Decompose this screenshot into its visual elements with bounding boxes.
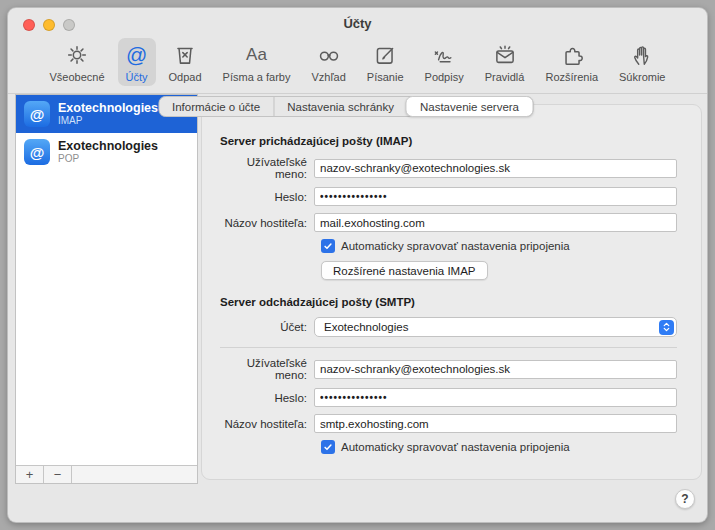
popup-stepper-icon xyxy=(659,320,674,335)
toolbar-item-extensions[interactable]: Rozšírenia xyxy=(537,38,606,86)
fonts-icon: Aa xyxy=(246,41,267,69)
hand-icon xyxy=(629,41,655,69)
account-name: Exotechnologies xyxy=(58,139,158,153)
account-name: Exotechnologies xyxy=(58,101,158,115)
remove-account-button[interactable]: − xyxy=(44,466,72,483)
outgoing-username-field[interactable] xyxy=(314,360,677,379)
incoming-hostname-label: Názov hostiteľa: xyxy=(216,217,314,229)
toolbar-item-label: Rozšírenia xyxy=(545,71,598,83)
outgoing-account-value: Exotechnologies xyxy=(324,321,659,333)
toolbar-item-label: Písma a farby xyxy=(223,71,291,83)
section-divider xyxy=(220,347,677,348)
account-list-actions: + − xyxy=(16,465,197,483)
glasses-icon xyxy=(316,41,342,69)
minimize-button[interactable] xyxy=(43,19,55,31)
account-protocol: POP xyxy=(58,153,158,165)
trash-icon xyxy=(172,41,198,69)
toolbar-item-signatures[interactable]: Podpisy xyxy=(417,38,472,86)
toolbar-item-label: Vzhľad xyxy=(311,71,345,83)
toolbar-item-label: Všeobecné xyxy=(50,71,105,83)
outgoing-password-label: Heslo: xyxy=(216,392,314,404)
titlebar: Účty xyxy=(8,8,707,32)
checkmark-icon xyxy=(323,241,333,251)
account-at-icon: @ xyxy=(24,139,50,165)
signature-icon xyxy=(431,41,457,69)
tab-account-info[interactable]: Informácie o účte xyxy=(159,97,273,116)
outgoing-account-label: Účet: xyxy=(216,321,314,333)
outgoing-password-field[interactable] xyxy=(314,388,677,407)
outgoing-hostname-field[interactable] xyxy=(314,414,677,433)
preferences-toolbar: Všeobecné @ Účty Odpad Aa Písma a farby xyxy=(8,32,707,94)
envelope-rules-icon xyxy=(492,41,518,69)
outgoing-username-label: Užívateľské meno: xyxy=(216,357,314,381)
preferences-window: Účty Všeobecné @ Účty Odpad xyxy=(7,7,708,523)
server-settings-panel: Server prichádzajúcej pošty (IMAP) Užíva… xyxy=(201,104,702,480)
add-account-button[interactable]: + xyxy=(16,466,44,483)
toolbar-item-label: Odpad xyxy=(169,71,202,83)
toolbar-item-fonts-colors[interactable]: Aa Písma a farby xyxy=(215,38,299,86)
toolbar-item-composing[interactable]: Písanie xyxy=(359,38,412,86)
close-button[interactable] xyxy=(23,19,35,31)
toolbar-item-label: Písanie xyxy=(367,71,404,83)
account-tabs: Informácie o účte Nastavenia schránky Na… xyxy=(158,96,533,117)
outgoing-hostname-label: Názov hostiteľa: xyxy=(216,418,314,430)
toolbar-item-junk[interactable]: Odpad xyxy=(161,38,210,86)
account-list: @ Exotechnologies IMAP @ Exotechnologies… xyxy=(15,94,198,484)
incoming-password-label: Heslo: xyxy=(216,191,314,203)
toolbar-item-rules[interactable]: Pravidlá xyxy=(477,38,533,86)
advanced-imap-settings-button[interactable]: Rozšírené nastavenia IMAP xyxy=(321,261,488,280)
toolbar-item-label: Podpisy xyxy=(425,71,464,83)
toolbar-item-label: Súkromie xyxy=(619,71,665,83)
outgoing-auto-manage-label: Automaticky spravovať nastavenia pripoje… xyxy=(341,441,570,453)
toolbar-item-label: Pravidlá xyxy=(485,71,525,83)
incoming-server-heading: Server prichádzajúcej pošty (IMAP) xyxy=(220,135,677,147)
puzzle-icon xyxy=(559,41,585,69)
outgoing-auto-manage-checkbox[interactable] xyxy=(321,440,335,454)
compose-icon xyxy=(372,41,398,69)
tab-server-settings[interactable]: Nastavenie servera xyxy=(406,96,533,117)
incoming-username-label: Užívateľské meno: xyxy=(216,156,314,180)
traffic-lights xyxy=(23,19,75,31)
window-title: Účty xyxy=(8,8,707,31)
at-icon: @ xyxy=(126,41,147,69)
outgoing-account-popup[interactable]: Exotechnologies xyxy=(314,317,677,337)
toolbar-item-privacy[interactable]: Súkromie xyxy=(611,38,673,86)
incoming-auto-manage-label: Automaticky spravovať nastavenia pripoje… xyxy=(341,240,570,252)
toolbar-item-accounts[interactable]: @ Účty xyxy=(118,38,156,86)
incoming-password-field[interactable] xyxy=(314,187,677,206)
tab-mailbox-settings[interactable]: Nastavenia schránky xyxy=(273,97,407,116)
outgoing-server-heading: Server odchádzajúcej pošty (SMTP) xyxy=(220,296,677,308)
incoming-hostname-field[interactable] xyxy=(314,213,677,232)
account-row-pop[interactable]: @ Exotechnologies POP xyxy=(16,133,197,171)
help-button[interactable]: ? xyxy=(675,489,695,509)
zoom-button xyxy=(63,19,75,31)
account-protocol: IMAP xyxy=(58,115,158,127)
checkmark-icon xyxy=(323,442,333,452)
gear-icon xyxy=(64,41,90,69)
incoming-auto-manage-checkbox[interactable] xyxy=(321,239,335,253)
toolbar-item-label: Účty xyxy=(126,71,148,83)
toolbar-item-general[interactable]: Všeobecné xyxy=(42,38,113,86)
incoming-username-field[interactable] xyxy=(314,159,677,178)
account-at-icon: @ xyxy=(24,101,50,127)
toolbar-item-viewing[interactable]: Vzhľad xyxy=(303,38,353,86)
